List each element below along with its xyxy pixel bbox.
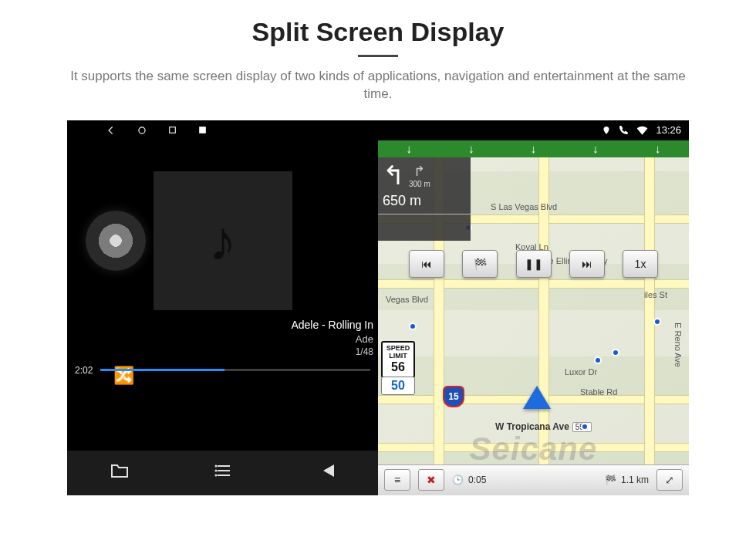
music-pane: ♪ Adele - Rolling In Ade 1/48 🔀 2:02 — [67, 157, 378, 495]
recents-icon[interactable] — [167, 125, 177, 135]
street-label: S Las Vegas Blvd — [491, 202, 557, 211]
street-label: iles St — [644, 290, 667, 299]
home-icon[interactable] — [137, 125, 147, 136]
street-label: E Reno Ave — [673, 323, 683, 367]
playlist-icon[interactable] — [214, 464, 233, 481]
menu-button[interactable]: ≡ — [384, 469, 410, 491]
speed-limit-value: 56 — [383, 360, 413, 374]
page-title: Split Screen Display — [0, 17, 756, 47]
turn-right-icon: ↱ — [413, 163, 425, 180]
clock-text: 13:26 — [656, 124, 681, 136]
svg-point-5 — [214, 475, 217, 477]
destination-button[interactable]: 🏁 — [462, 250, 498, 278]
prev-button[interactable]: ⏮ — [409, 250, 444, 278]
eta-text: 0:05 — [468, 475, 486, 485]
wifi-icon — [636, 126, 648, 135]
turn-left-icon: ↰ — [383, 162, 404, 188]
main-distance: 650 m — [383, 193, 466, 209]
remaining-distance: 1.1 km — [621, 475, 649, 485]
location-icon — [602, 126, 611, 135]
poi-pin-icon[interactable] — [594, 356, 602, 364]
svg-point-4 — [214, 470, 217, 472]
disc-icon — [86, 211, 146, 271]
poi-pin-icon[interactable] — [581, 423, 589, 431]
music-bottom-bar — [67, 451, 378, 495]
flag-icon: 🏁 — [605, 475, 616, 485]
next-button[interactable]: ⏭ — [569, 250, 605, 278]
lane-arrow-icon: ↓ — [655, 142, 661, 155]
map-bottom-bar: ≡ ✖ 🕒 0:05 🏁 1.1 km ⤢ — [378, 464, 689, 495]
secondary-distance: 300 m — [409, 180, 430, 188]
progress-bar[interactable] — [100, 369, 370, 371]
status-bar: 13:26 — [67, 120, 689, 140]
track-counter: 1/48 — [67, 346, 373, 358]
interstate-shield-icon: 15 — [443, 386, 464, 407]
back-icon[interactable] — [106, 125, 116, 136]
expand-button[interactable]: ⤢ — [656, 469, 683, 491]
turn-panel: ↰ ↱ 300 m 650 m — [378, 157, 471, 241]
folder-icon[interactable] — [110, 463, 129, 482]
lane-guidance: ↓ ↓ ↓ ↓ ↓ — [67, 140, 689, 157]
lane-arrow-icon: ↓ — [592, 142, 599, 155]
previous-track-icon[interactable] — [319, 463, 336, 482]
speed-button[interactable]: 1x — [623, 250, 658, 278]
music-note-icon: ♪ — [209, 209, 237, 272]
picture-icon[interactable] — [197, 125, 208, 135]
poi-pin-icon[interactable] — [409, 323, 417, 330]
title-underline — [358, 55, 398, 57]
vehicle-cursor-icon — [523, 386, 551, 409]
map-pane[interactable]: S Las Vegas Blvd Koval Ln Duke Ellington… — [378, 157, 689, 495]
lane-arrow-icon: ↓ — [407, 142, 413, 155]
map-controls: ⏮ 🏁 ❚❚ ⏭ 1x — [409, 250, 658, 278]
album-art[interactable]: ♪ — [154, 171, 292, 310]
speed-limit-sign: SPEED LIMIT 56 — [381, 341, 415, 378]
page-subtitle: It supports the same screen display of t… — [58, 68, 698, 103]
phone-icon — [619, 125, 629, 135]
pause-button[interactable]: ❚❚ — [516, 250, 552, 278]
clock-icon: 🕒 — [452, 475, 464, 485]
svg-rect-2 — [199, 127, 206, 134]
lane-arrow-icon: ↓ — [468, 142, 474, 155]
current-speed: 50 — [381, 377, 415, 395]
street-label: W Tropicana Ave593 — [495, 421, 592, 432]
svg-point-0 — [139, 127, 145, 133]
elapsed-time: 2:02 — [75, 365, 93, 376]
svg-point-3 — [214, 465, 217, 468]
device-frame: 13:26 ↓ ↓ ↓ ↓ ↓ ♪ Adele - Rolling In Ade… — [67, 120, 689, 495]
cancel-route-button[interactable]: ✖ — [418, 469, 444, 491]
track-artist: Ade — [67, 333, 373, 346]
poi-pin-icon[interactable] — [612, 349, 619, 356]
track-title: Adele - Rolling In — [67, 318, 373, 333]
lane-arrow-icon: ↓ — [531, 142, 537, 155]
svg-rect-1 — [170, 127, 176, 133]
street-label: Stable Rd — [580, 387, 617, 397]
street-label: Luxor Dr — [565, 367, 597, 377]
poi-pin-icon[interactable] — [653, 318, 661, 326]
street-label: Vegas Blvd — [386, 295, 428, 304]
